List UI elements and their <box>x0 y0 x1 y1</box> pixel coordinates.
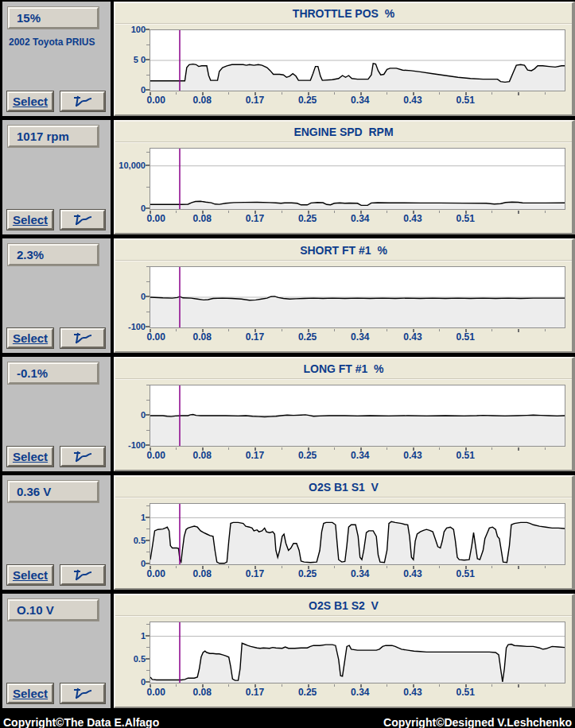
current-value: 1017 rpm <box>17 130 69 143</box>
y-axis-label: 100 <box>112 25 146 34</box>
plot-area[interactable] <box>150 148 565 210</box>
graph-box: O2S B1 S2 V 10.50 0.000.080.170.250.340.… <box>114 594 575 708</box>
current-value: 15% <box>17 11 41 25</box>
graph-title: THROTTLE POS % <box>115 3 572 24</box>
y-axis-minor-tick <box>146 552 150 552</box>
select-button[interactable]: Select <box>7 91 53 111</box>
button-row: Select <box>7 210 105 230</box>
y-axis-tick <box>146 59 150 60</box>
plot-area[interactable] <box>150 503 565 565</box>
x-axis-label: 0.08 <box>193 331 212 343</box>
x-axis-labels: 0.000.080.170.250.340.430.51 <box>150 568 564 580</box>
x-axis-label: 0.00 <box>146 213 165 224</box>
graph-box: O2S B1 S1 V 10.50 0.000.080.170.250.340.… <box>114 475 575 590</box>
select-button[interactable]: Select <box>7 565 53 585</box>
y-axis-label: 0 <box>112 410 146 420</box>
y-axis-minor-tick <box>146 152 150 153</box>
y-axis-label: 5 0 <box>112 55 146 64</box>
y-axis-label: 0 <box>112 85 146 95</box>
parameter-panel: 2.3% Select SHORT FT #1 % <box>0 238 575 353</box>
current-value-box: 2.3% <box>8 244 99 265</box>
current-value: 0.36 V <box>17 485 51 498</box>
graph-box: THROTTLE POS % 1005 00 0.000.080.170.250… <box>114 2 575 116</box>
panel-sidebar: 2.3% Select <box>0 238 114 353</box>
y-axis-label: 1 <box>112 631 146 641</box>
y-axis-minor-tick <box>146 624 150 625</box>
panel-sidebar: -0.1% Select <box>0 357 114 471</box>
x-axis-label: 0.25 <box>298 213 317 224</box>
y-axis-tick <box>146 89 150 91</box>
x-axis-labels: 0.000.080.170.250.340.430.51 <box>150 450 564 462</box>
chart-canvas <box>150 622 565 683</box>
y-axis-label: -100 <box>112 322 146 331</box>
y-axis-tick <box>146 517 150 518</box>
line-chart-icon <box>72 687 93 700</box>
y-axis-minor-tick <box>146 187 150 188</box>
current-value-box: 15% <box>8 7 99 29</box>
graph-title: O2S B1 S1 V <box>115 477 572 498</box>
line-chart-icon <box>72 95 93 108</box>
button-row: Select <box>7 683 105 703</box>
x-axis-labels: 0.000.080.170.250.340.430.51 <box>150 213 564 225</box>
chart-button[interactable] <box>60 210 105 230</box>
y-axis-minor-tick <box>146 430 150 431</box>
select-button[interactable]: Select <box>7 447 53 467</box>
x-axis-label: 0.17 <box>246 331 264 343</box>
select-button[interactable]: Select <box>7 210 53 230</box>
y-axis-tick <box>146 563 150 564</box>
graph-title: ENGINE SPD RPM <box>115 122 572 142</box>
x-axis-label: 0.34 <box>351 450 369 461</box>
x-axis-label: 0.08 <box>193 568 212 579</box>
footer-copyright-right: Copyright©Designed V.Leshchenko <box>383 716 572 728</box>
chart-button[interactable] <box>60 683 105 703</box>
y-axis-tick <box>146 658 150 660</box>
y-axis-minor-tick <box>146 266 150 267</box>
y-axis-tick <box>146 29 150 30</box>
panel-sidebar: 1017 rpm Select <box>0 120 114 234</box>
graph-box: ENGINE SPD RPM 10,0000 0.000.080.170.250… <box>114 120 575 234</box>
x-axis-label: 0.25 <box>298 331 317 343</box>
chart-button[interactable] <box>60 91 105 111</box>
plot-area[interactable] <box>150 266 565 328</box>
x-axis-label: 0.25 <box>298 568 317 579</box>
y-axis-tick <box>146 165 150 166</box>
scan-tool-window: { "app": { "select_label": "Select", "fo… <box>0 0 575 728</box>
x-axis-label: 0.43 <box>403 568 422 579</box>
y-axis-label: 0 <box>112 559 146 568</box>
button-row: Select <box>7 447 105 467</box>
x-axis-label: 0.51 <box>457 687 475 698</box>
x-axis-label: 0.51 <box>457 213 475 224</box>
current-value: -0.1% <box>17 366 48 380</box>
y-axis-minor-tick <box>146 281 150 282</box>
parameter-panel: O.10 V Select O2S B1 S2 V <box>0 594 575 708</box>
panel-stack: 15% 2002 Toyota PRIUS Select THROTTLE PO… <box>0 2 575 708</box>
select-button[interactable]: Select <box>7 683 53 703</box>
x-axis-label: 0.43 <box>403 95 422 106</box>
current-value: 2.3% <box>17 248 44 261</box>
x-axis-label: 0.17 <box>246 95 264 106</box>
current-value-box: O.10 V <box>8 599 99 621</box>
line-chart-icon <box>72 331 93 345</box>
parameter-panel: -0.1% Select LONG FT #1 % <box>0 357 575 471</box>
chart-button[interactable] <box>60 328 105 348</box>
y-axis-minor-tick <box>146 385 150 385</box>
plot-area[interactable] <box>150 622 565 683</box>
chart-button[interactable] <box>60 565 105 585</box>
chart-button[interactable] <box>60 447 105 467</box>
select-button[interactable]: Select <box>7 328 53 348</box>
y-axis-minor-tick <box>146 312 150 312</box>
line-chart-icon <box>72 213 93 227</box>
x-axis-label: 0.34 <box>351 568 369 579</box>
x-axis-label: 0.25 <box>298 95 317 106</box>
x-axis-label: 0.51 <box>457 331 475 343</box>
x-axis-label: 0.34 <box>351 95 369 106</box>
y-axis-tick <box>146 296 150 297</box>
y-axis-label: 10,000 <box>112 161 146 170</box>
graph-title: LONG FT #1 % <box>115 358 572 379</box>
plot-area[interactable] <box>150 29 565 91</box>
x-axis-label: 0.43 <box>403 687 422 698</box>
plot-wrap: 0-100 <box>150 385 564 445</box>
plot-area[interactable] <box>150 385 565 447</box>
parameter-panel: 0.36 V Select O2S B1 S1 V <box>0 475 575 590</box>
x-axis-label: 0.08 <box>193 687 212 698</box>
